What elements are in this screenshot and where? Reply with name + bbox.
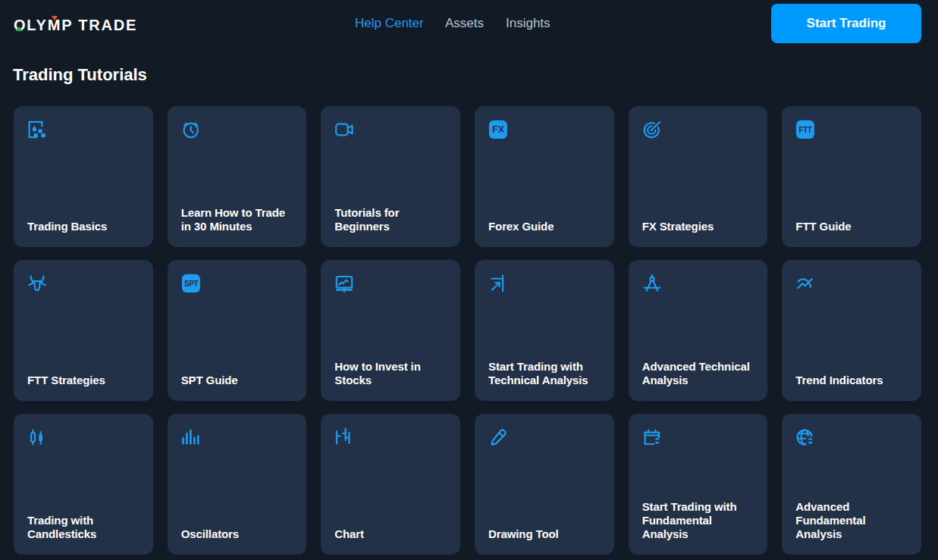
svg-text:SPT: SPT [184,280,199,288]
svg-text:FX: FX [492,124,505,135]
svg-text:FTT: FTT [799,126,813,134]
